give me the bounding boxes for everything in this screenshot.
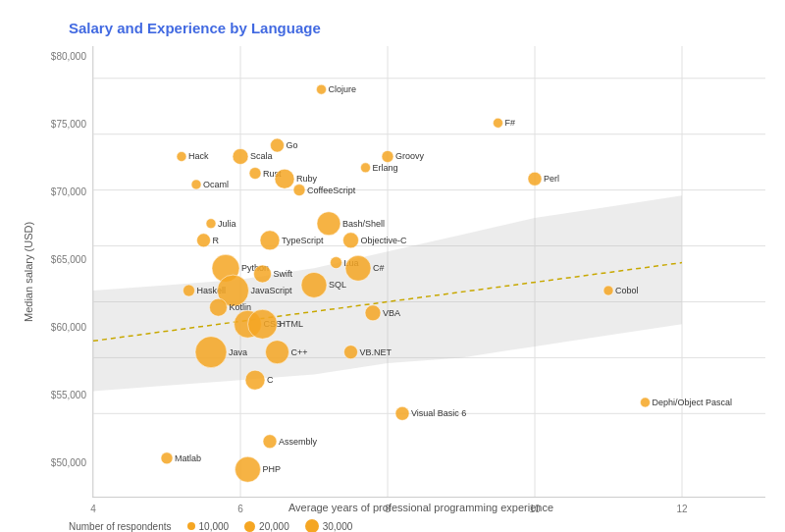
data-point[interactable] <box>293 185 305 196</box>
data-point[interactable] <box>344 346 358 359</box>
legend: Number of respondents 10,000 20,000 30,0… <box>69 519 765 532</box>
data-point[interactable] <box>343 233 359 248</box>
y-tick: $55,000 <box>51 390 86 400</box>
chart-title: Salary and Experience by Language <box>69 20 765 36</box>
data-point[interactable] <box>236 456 261 482</box>
legend-circle-large <box>305 519 319 532</box>
data-point[interactable] <box>331 257 342 269</box>
data-label: Assembly <box>279 437 318 447</box>
y-tick: $60,000 <box>51 322 86 333</box>
data-point[interactable] <box>301 272 327 297</box>
data-label: Hack <box>188 151 209 161</box>
svg-text:6: 6 <box>237 504 243 514</box>
data-label: Bash/Shell <box>342 219 385 229</box>
data-point[interactable] <box>317 84 327 94</box>
data-label: Swift <box>274 269 293 279</box>
data-label: C <box>267 375 274 385</box>
legend-label-2: 20,000 <box>259 521 289 532</box>
legend-circle-small <box>187 522 195 530</box>
data-point[interactable] <box>528 172 542 186</box>
legend-label-3: 30,000 <box>323 521 353 532</box>
svg-text:12: 12 <box>676 504 688 514</box>
data-label: R <box>213 236 220 245</box>
data-point[interactable] <box>210 298 228 316</box>
data-point[interactable] <box>195 337 227 368</box>
data-label: VBA <box>383 308 400 318</box>
y-tick: $50,000 <box>51 457 86 468</box>
data-point[interactable] <box>177 151 186 161</box>
chart-area: Median salary (USD) $80,000$75,000$70,00… <box>20 46 765 498</box>
data-point[interactable] <box>197 234 211 247</box>
data-label: Visual Basic 6 <box>411 408 466 418</box>
data-point[interactable] <box>266 341 289 364</box>
data-label: Ruby <box>296 174 318 184</box>
data-label: Perl <box>544 174 559 184</box>
data-label: SQL <box>329 280 346 290</box>
data-label: PHP <box>263 464 282 474</box>
data-label: Groovy <box>395 151 425 161</box>
data-label: Objective-C <box>361 236 408 245</box>
data-label: TypeScript <box>282 236 324 245</box>
data-point[interactable] <box>275 169 294 188</box>
data-point[interactable] <box>395 406 409 420</box>
legend-title: Number of respondents <box>69 521 172 532</box>
svg-text:10: 10 <box>529 504 541 514</box>
data-label: Cobol <box>615 286 639 295</box>
data-label: Matlab <box>175 453 201 463</box>
data-point[interactable] <box>263 435 277 449</box>
data-label: Julia <box>218 219 236 229</box>
y-tick: $80,000 <box>51 51 86 62</box>
data-label: C++ <box>291 347 308 357</box>
data-label: CoffeeScript <box>307 186 356 195</box>
data-point[interactable] <box>345 255 371 281</box>
data-point[interactable] <box>603 286 613 295</box>
data-label: F# <box>505 118 516 128</box>
data-point[interactable] <box>206 219 216 229</box>
data-point[interactable] <box>494 118 503 128</box>
data-point[interactable] <box>249 168 261 180</box>
data-point[interactable] <box>254 265 272 283</box>
data-label: Go <box>287 140 298 150</box>
data-label: C# <box>373 263 385 273</box>
y-axis-label: Median salary (USD) <box>20 46 37 498</box>
data-label: Ocaml <box>203 180 229 189</box>
data-point[interactable] <box>365 305 381 321</box>
svg-text:4: 4 <box>90 504 96 514</box>
legend-item-2: 20,000 <box>244 521 289 532</box>
data-point[interactable] <box>248 309 278 339</box>
svg-text:8: 8 <box>385 504 391 514</box>
data-point[interactable] <box>260 231 280 250</box>
data-label: Scala <box>250 151 273 161</box>
data-point[interactable] <box>641 398 651 407</box>
data-label: JavaScript <box>251 286 293 295</box>
y-tick: $75,000 <box>51 119 86 130</box>
data-point[interactable] <box>382 150 393 162</box>
x-axis-label: Average years of professional programmin… <box>77 502 765 513</box>
data-label: Erlang <box>373 163 398 173</box>
data-point[interactable] <box>183 285 195 296</box>
data-point[interactable] <box>271 138 285 152</box>
data-point[interactable] <box>161 452 173 464</box>
data-label: VB.NET <box>360 347 392 357</box>
scatter-plot: 4681012ClojureF#GoScalaHackGroovyErlangR… <box>93 46 765 497</box>
chart-container: Salary and Experience by Language Median… <box>0 0 785 532</box>
legend-label-1: 10,000 <box>199 521 230 532</box>
legend-item-3: 30,000 <box>305 519 353 532</box>
data-label: HTML <box>280 319 304 329</box>
data-label: Clojure <box>329 84 357 94</box>
data-point[interactable] <box>233 148 248 164</box>
data-label: Java <box>229 347 247 357</box>
legend-item-1: 10,000 <box>187 521 230 532</box>
data-point[interactable] <box>361 163 371 173</box>
y-tick: $65,000 <box>51 254 86 265</box>
plot-area: 4681012ClojureF#GoScalaHackGroovyErlangR… <box>92 46 765 498</box>
data-label: Dephi/Object Pascal <box>653 398 733 407</box>
plot-with-yaxis: $80,000$75,000$70,000$65,000$60,000$55,0… <box>41 46 765 498</box>
data-point[interactable] <box>245 370 265 390</box>
legend-circle-medium <box>244 521 255 532</box>
data-point[interactable] <box>191 180 201 189</box>
y-tick: $70,000 <box>51 186 86 197</box>
y-ticks: $80,000$75,000$70,000$65,000$60,000$55,0… <box>41 46 92 498</box>
data-point[interactable] <box>317 212 340 236</box>
